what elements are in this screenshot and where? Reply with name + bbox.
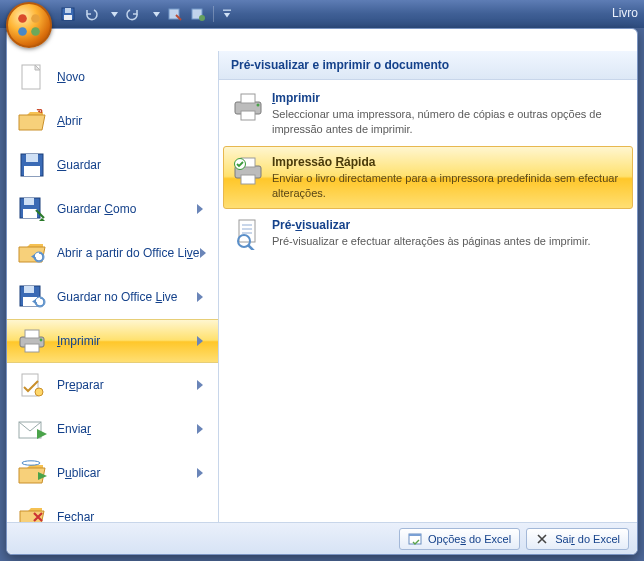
print-option-desc: Pré-visualizar e efectuar alterações às … bbox=[272, 234, 624, 249]
menu-item-icon-3 bbox=[17, 194, 47, 224]
menu-item-5[interactable]: Guardar no Office Live bbox=[7, 275, 218, 319]
print-option-title: Imprimir bbox=[272, 91, 624, 105]
svg-rect-5 bbox=[65, 8, 71, 13]
options-icon bbox=[408, 532, 422, 546]
print-option-0[interactable]: ImprimirSeleccionar uma impressora, núme… bbox=[223, 82, 633, 146]
svg-marker-33 bbox=[37, 429, 47, 439]
office-menu: NovoAbrirGuardarGuardar ComoAbrir a part… bbox=[6, 28, 638, 555]
menu-item-label: Publicar bbox=[57, 466, 196, 480]
menu-item-icon-8 bbox=[17, 414, 47, 444]
print-submenu-header: Pré-visualizar e imprimir o documento bbox=[219, 51, 637, 80]
menu-item-2[interactable]: Guardar bbox=[7, 143, 218, 187]
menu-item-icon-2 bbox=[17, 150, 47, 180]
svg-rect-50 bbox=[409, 534, 421, 536]
menu-item-label: Abrir bbox=[57, 114, 204, 128]
office-menu-right: Pré-visualizar e imprimir o documento Im… bbox=[219, 51, 637, 522]
menu-item-7[interactable]: Preparar bbox=[7, 363, 218, 407]
exit-excel-label: Sair do Excel bbox=[555, 533, 620, 545]
print-option-desc: Enviar o livro directamente para a impre… bbox=[272, 171, 624, 201]
menu-item-4[interactable]: Abrir a partir do Office Live bbox=[7, 231, 218, 275]
menu-item-9[interactable]: Publicar bbox=[7, 451, 218, 495]
svg-rect-28 bbox=[25, 344, 39, 352]
svg-rect-10 bbox=[223, 10, 231, 11]
chevron-right-icon bbox=[196, 467, 204, 479]
svg-point-34 bbox=[22, 461, 40, 465]
menu-item-icon-7 bbox=[17, 370, 47, 400]
print-option-title: Impressão Rápida bbox=[272, 155, 624, 169]
menu-item-label: Abrir a partir do Office Live bbox=[57, 246, 200, 260]
menu-item-icon-5 bbox=[17, 282, 47, 312]
svg-point-29 bbox=[40, 339, 43, 342]
menu-item-10[interactable]: Fechar bbox=[7, 495, 218, 522]
svg-rect-44 bbox=[239, 220, 255, 242]
redo-dropdown-icon[interactable] bbox=[152, 6, 160, 22]
svg-rect-17 bbox=[23, 209, 37, 218]
print-option-1[interactable]: Impressão RápidaEnviar o livro directame… bbox=[223, 146, 633, 210]
svg-point-1 bbox=[31, 14, 40, 23]
menu-item-icon-4 bbox=[17, 238, 47, 268]
svg-point-2 bbox=[18, 27, 27, 36]
menu-item-label: Fechar bbox=[57, 510, 204, 522]
svg-rect-38 bbox=[241, 111, 255, 120]
menu-item-0[interactable]: Novo bbox=[7, 55, 218, 99]
print-option-title: Pré-visualizar bbox=[272, 218, 624, 232]
menu-item-6[interactable]: Imprimir bbox=[7, 319, 218, 363]
print-option-desc: Seleccionar uma impressora, número de có… bbox=[272, 107, 624, 137]
close-icon bbox=[535, 532, 549, 546]
redo-icon[interactable] bbox=[125, 6, 141, 22]
menu-item-label: Preparar bbox=[57, 378, 196, 392]
svg-point-31 bbox=[35, 388, 43, 396]
excel-options-button[interactable]: Opções do Excel bbox=[399, 528, 520, 550]
svg-rect-45 bbox=[242, 224, 252, 226]
menu-item-icon-6 bbox=[17, 326, 47, 356]
svg-rect-47 bbox=[242, 232, 252, 234]
chevron-right-icon bbox=[196, 203, 204, 215]
svg-rect-13 bbox=[26, 154, 38, 162]
menu-item-label: Guardar Como bbox=[57, 202, 196, 216]
office-button[interactable] bbox=[6, 2, 52, 48]
undo-icon[interactable] bbox=[83, 6, 99, 22]
office-menu-footer: Opções do Excel Sair do Excel bbox=[7, 522, 637, 554]
svg-rect-27 bbox=[25, 330, 39, 338]
qat-custom2-icon[interactable] bbox=[190, 6, 206, 22]
menu-item-label: Novo bbox=[57, 70, 204, 84]
print-option-icon-2 bbox=[232, 218, 264, 250]
qat-customize-dropdown-icon[interactable] bbox=[223, 6, 231, 22]
menu-item-icon-1 bbox=[17, 106, 47, 136]
chevron-right-icon bbox=[196, 379, 204, 391]
menu-item-label: Enviar bbox=[57, 422, 196, 436]
menu-item-icon-0 bbox=[17, 62, 47, 92]
quick-access-toolbar bbox=[60, 0, 231, 28]
menu-item-label: Guardar bbox=[57, 158, 204, 172]
undo-dropdown-icon[interactable] bbox=[110, 6, 118, 22]
menu-item-1[interactable]: Abrir bbox=[7, 99, 218, 143]
menu-item-3[interactable]: Guardar Como bbox=[7, 187, 218, 231]
print-option-2[interactable]: Pré-visualizarPré-visualizar e efectuar … bbox=[223, 209, 633, 259]
chevron-right-icon bbox=[196, 423, 204, 435]
svg-rect-16 bbox=[24, 198, 34, 205]
menu-item-icon-10 bbox=[17, 502, 47, 522]
svg-point-3 bbox=[31, 27, 40, 36]
svg-rect-37 bbox=[241, 94, 255, 103]
svg-rect-14 bbox=[24, 166, 40, 176]
print-option-icon-1 bbox=[232, 155, 264, 187]
svg-point-0 bbox=[18, 14, 27, 23]
print-option-icon-0 bbox=[232, 91, 264, 123]
menu-item-label: Imprimir bbox=[57, 334, 196, 348]
chevron-right-icon bbox=[196, 291, 204, 303]
svg-rect-22 bbox=[24, 286, 34, 293]
svg-point-39 bbox=[257, 104, 260, 107]
svg-rect-42 bbox=[241, 175, 255, 184]
save-icon[interactable] bbox=[60, 6, 76, 22]
office-menu-left: NovoAbrirGuardarGuardar ComoAbrir a part… bbox=[7, 51, 219, 522]
qat-custom1-icon[interactable] bbox=[167, 6, 183, 22]
svg-rect-46 bbox=[242, 228, 252, 230]
svg-rect-6 bbox=[64, 15, 72, 20]
menu-item-label: Guardar no Office Live bbox=[57, 290, 196, 304]
menu-item-8[interactable]: Enviar bbox=[7, 407, 218, 451]
chevron-right-icon bbox=[200, 247, 206, 259]
window-title: Livro bbox=[612, 6, 638, 20]
excel-options-label: Opções do Excel bbox=[428, 533, 511, 545]
exit-excel-button[interactable]: Sair do Excel bbox=[526, 528, 629, 550]
menu-item-icon-9 bbox=[17, 458, 47, 488]
